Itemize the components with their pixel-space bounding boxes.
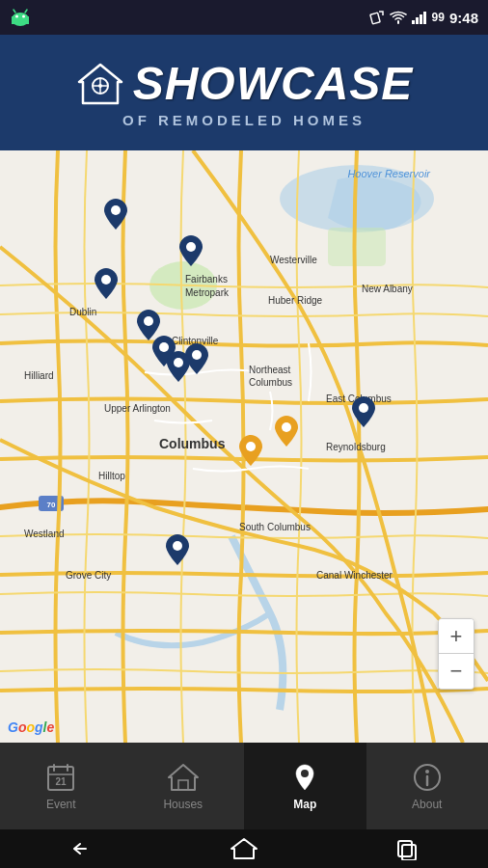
about-label: About <box>412 798 442 811</box>
status-left <box>10 9 31 26</box>
svg-point-23 <box>186 242 196 252</box>
svg-rect-6 <box>369 13 379 24</box>
svg-marker-44 <box>231 839 257 858</box>
house-logo-icon <box>75 61 125 107</box>
svg-text:70: 70 <box>47 501 56 509</box>
status-right: 99 9:48 <box>369 10 478 26</box>
status-bar: 99 9:48 <box>0 0 488 35</box>
map-container[interactable]: 70 Hoover Reservoir We <box>0 150 488 743</box>
svg-point-29 <box>359 403 368 413</box>
map-marker-2[interactable] <box>179 235 203 266</box>
nav-about[interactable]: About <box>366 743 489 829</box>
map-label: Map <box>293 798 316 811</box>
map-marker-1[interactable] <box>104 199 127 230</box>
android-nav-bar <box>0 829 488 868</box>
recent-apps-icon <box>393 837 421 860</box>
event-label: Event <box>46 798 76 811</box>
svg-point-2 <box>15 15 18 18</box>
app-header: SHOWCASE OF REMODELED HOMES <box>0 35 488 150</box>
nav-map[interactable]: Map <box>244 743 366 829</box>
svg-line-5 <box>25 10 27 13</box>
event-icon: 21 <box>44 761 77 794</box>
svg-marker-38 <box>169 765 198 790</box>
map-marker-11[interactable] <box>166 534 189 565</box>
back-icon <box>67 839 95 858</box>
svg-rect-39 <box>178 780 188 790</box>
houses-icon <box>167 761 200 794</box>
map-marker-10[interactable] <box>239 435 262 466</box>
houses-label: Houses <box>163 798 203 811</box>
svg-rect-45 <box>398 841 412 856</box>
map-icon <box>288 761 321 794</box>
zoom-controls: + − <box>438 618 474 690</box>
map-marker-8[interactable] <box>352 396 375 427</box>
svg-point-30 <box>282 422 291 432</box>
svg-rect-46 <box>402 845 416 860</box>
svg-point-28 <box>174 358 183 367</box>
logo-area: SHOWCASE <box>75 57 414 110</box>
svg-rect-1 <box>12 16 29 24</box>
svg-point-3 <box>22 15 25 18</box>
svg-point-27 <box>192 350 202 360</box>
map-marker-9[interactable] <box>275 416 298 447</box>
svg-rect-8 <box>416 17 419 24</box>
recent-apps-button[interactable] <box>388 834 426 863</box>
svg-rect-10 <box>423 12 426 24</box>
wifi-icon <box>390 11 407 24</box>
svg-point-40 <box>301 770 309 777</box>
subtitle-text: OF REMODELED HOMES <box>122 112 366 128</box>
svg-rect-19 <box>328 228 386 266</box>
showcase-title-text: SHOWCASE <box>133 57 414 110</box>
svg-rect-9 <box>420 14 422 24</box>
map-marker-7[interactable] <box>167 351 190 382</box>
svg-point-25 <box>144 316 153 326</box>
svg-rect-7 <box>412 20 415 24</box>
nav-houses[interactable]: Houses <box>122 743 245 829</box>
nav-event[interactable]: 21 Event <box>0 743 122 829</box>
home-icon <box>230 836 258 861</box>
time-display: 9:48 <box>449 10 478 26</box>
svg-point-32 <box>173 541 182 551</box>
map-marker-3[interactable] <box>95 268 118 299</box>
svg-point-24 <box>101 275 111 285</box>
bottom-nav: 21 Event Houses Map <box>0 743 488 829</box>
svg-point-42 <box>425 770 429 773</box>
rotate-icon <box>369 10 385 25</box>
home-button[interactable] <box>225 834 263 863</box>
svg-line-4 <box>14 10 15 13</box>
google-logo: Google <box>8 719 54 735</box>
back-button[interactable] <box>62 834 100 863</box>
svg-point-31 <box>246 442 256 451</box>
zoom-in-button[interactable]: + <box>439 619 474 654</box>
zoom-out-button[interactable]: − <box>439 654 474 689</box>
android-icon <box>10 9 31 26</box>
battery-level: 99 <box>432 11 445 24</box>
svg-text:21: 21 <box>56 776 68 787</box>
about-icon <box>411 761 444 794</box>
svg-point-22 <box>111 205 121 215</box>
signal-icon <box>412 11 427 24</box>
svg-point-15 <box>98 84 102 88</box>
